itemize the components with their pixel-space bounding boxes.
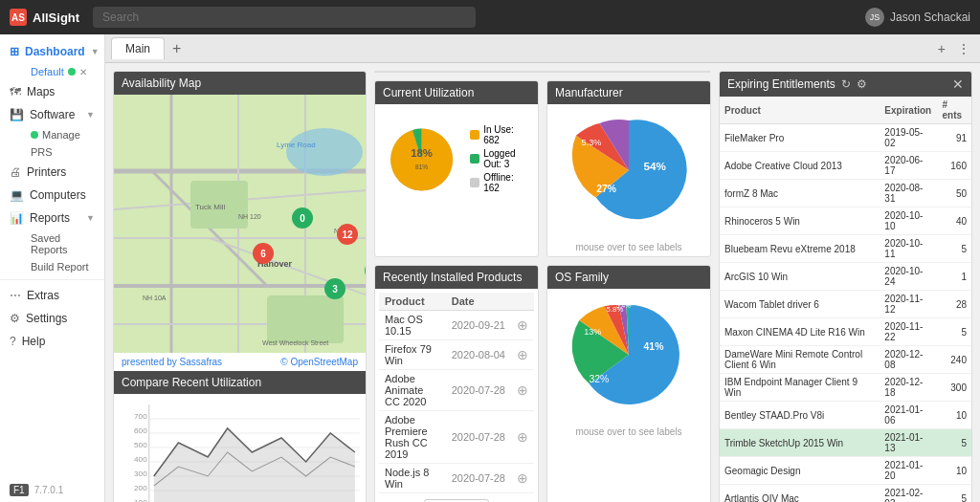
sidebar-item-reports[interactable]: 📊 Reports ▼ [0, 207, 104, 229]
table-row: DameWare Mini Remote Control Client 6 Wi… [720, 346, 971, 374]
content: Main + + ⋮ Availability Map [105, 34, 980, 502]
table-row: Maxon CINEMA 4D Lite R16 Win 2020-11-22 … [720, 318, 971, 346]
tab-add-button[interactable]: + [168, 41, 185, 56]
top-bar-right: JS Jason Schackai [865, 8, 970, 27]
expire-product: formZ 8 Mac [720, 180, 880, 207]
logo: AS AllSight [10, 9, 79, 26]
svg-text:200: 200 [134, 484, 147, 492]
most-used-header: Most Used Products (Last Week) [375, 72, 710, 73]
expire-product: Trimble SketchUp 2015 Win [720, 429, 880, 457]
sidebar-subitem-prs[interactable]: PRS [21, 143, 104, 161]
availability-map-panel: Availability Map [113, 71, 367, 502]
mid-bottom-grid: Current Utilization [374, 80, 711, 502]
map-marker-2[interactable]: 0 [292, 207, 313, 229]
sidebar-label-settings: Settings [26, 312, 67, 325]
recent-date: 2020-08-04 [446, 340, 511, 370]
expire-count: 1 [938, 263, 971, 291]
sidebar-item-printers[interactable]: 🖨 Printers [0, 161, 104, 184]
sidebar-item-maps[interactable]: 🗺 Maps [0, 80, 104, 103]
sidebar-item-software[interactable]: 💾 Software ▼ [0, 103, 104, 126]
expand-icon[interactable]: ⊕ [517, 382, 528, 398]
expire-col-expiration: Expiration [880, 97, 937, 124]
settings-icon[interactable]: ⚙ [857, 77, 867, 91]
chevron-down-icon: ▼ [91, 47, 100, 56]
expand-icon[interactable]: ⊕ [517, 317, 528, 333]
expire-date: 2020-11-12 [880, 291, 937, 318]
svg-rect-11 [267, 295, 344, 343]
map-marker-1[interactable]: 6 [253, 243, 274, 264]
expire-product: ArcGIS 10 Win [720, 263, 880, 291]
sidebar-label-saved-reports: Saved Reports [31, 232, 95, 255]
recent-expand[interactable]: ⊕ [511, 411, 534, 464]
sidebar-item-computers[interactable]: 💻 Computers [0, 184, 104, 207]
sidebar-sub-software: Manage PRS [0, 126, 104, 161]
table-row: Firefox 79 Win 2020-08-04 ⊕ [379, 340, 534, 370]
sidebar-label-computers: Computers [30, 188, 86, 202]
expire-count: 91 [938, 124, 971, 152]
expand-icon[interactable]: ⊕ [517, 347, 528, 362]
tab-action-add[interactable]: + [934, 41, 949, 56]
tab-action-more[interactable]: ⋮ [953, 41, 974, 56]
svg-text:32%: 32% [589, 374, 609, 384]
expire-date: 2020-11-22 [880, 318, 937, 346]
refresh-icon[interactable]: ↻ [841, 77, 851, 91]
table-row: Bluebeam Revu eXtreme 2018 2020-10-11 5 [720, 235, 971, 263]
expire-date: 2020-06-17 [880, 152, 937, 180]
close-icon[interactable]: ✕ [79, 67, 87, 77]
expire-product: DameWare Mini Remote Control Client 6 Wi… [720, 346, 880, 374]
recent-expand[interactable]: ⊕ [511, 370, 534, 411]
sidebar-label-maps: Maps [27, 85, 55, 98]
availability-map-header: Availability Map [114, 72, 366, 95]
sidebar-label-build-report: Build Report [31, 261, 89, 273]
f1-label[interactable]: F1 [10, 484, 29, 496]
map-marker-8[interactable]: 3 [324, 278, 345, 299]
recent-table: Product Date Mac OS 10.15 2020-09-21 ⊕ F… [379, 293, 534, 493]
search-bar [93, 7, 476, 28]
expire-col-count: # ents [938, 97, 971, 124]
search-input[interactable] [93, 7, 476, 28]
expire-count: 5 [938, 318, 971, 346]
expand-icon[interactable]: ⊕ [517, 470, 528, 486]
sidebar-subitem-manage[interactable]: Manage [21, 126, 104, 143]
recent-expand[interactable]: ⊕ [511, 311, 534, 340]
svg-text:27%: 27% [596, 184, 616, 194]
sidebar-item-extras[interactable]: ⋯ Extras [0, 284, 104, 307]
expire-product: Maxon CINEMA 4D Lite R16 Win [720, 318, 880, 346]
sidebar-sub-dashboard: Default ✕ [0, 63, 104, 80]
dashboard-icon: ⊞ [10, 45, 19, 58]
sidebar-subitem-saved-reports[interactable]: Saved Reports [21, 229, 104, 258]
expand-icon[interactable]: ⊕ [517, 429, 528, 445]
svg-text:13%: 13% [584, 327, 601, 337]
manufacturer-content: 54% 27% 5.3% mouse over to see labels [547, 104, 710, 256]
table-row: Wacom Tablet driver 6 2020-11-12 28 [720, 291, 971, 318]
recent-expand[interactable]: ⊕ [511, 464, 534, 493]
map-marker-3[interactable]: 12 [337, 224, 358, 245]
sidebar-item-dashboard[interactable]: ⊞ Dashboard ▼ [0, 40, 104, 63]
user-name: Jason Schackai [890, 11, 970, 24]
sidebar-subitem-default[interactable]: Default ✕ [21, 63, 104, 80]
tab-actions: + ⋮ [934, 41, 974, 56]
table-row: Trimble SketchUp 2015 Win 2021-01-13 5 [720, 429, 971, 457]
expire-date: 2020-12-08 [880, 346, 937, 374]
manufacturer-pie: 54% 27% 5.3% [567, 108, 691, 232]
recent-col-date: Date [446, 293, 511, 311]
expire-product: Artlantis OIV Mac [720, 485, 880, 503]
legend-in-use-label: In Use: 682 [483, 124, 530, 145]
expire-product: IBM Endpoint Manager Client 9 Win [720, 374, 880, 402]
tab-main[interactable]: Main [111, 37, 165, 59]
recent-expand[interactable]: ⊕ [511, 340, 534, 370]
sidebar-subitem-build-report[interactable]: Build Report [21, 258, 104, 275]
version-label: 7.7.0.1 [34, 485, 64, 495]
recent-product-name: Adobe Premiere Rush CC 2019 [379, 411, 446, 464]
expiring-close-icon[interactable]: ✕ [952, 76, 964, 92]
svg-text:600: 600 [134, 426, 147, 435]
expire-count: 300 [938, 374, 971, 402]
app: AS AllSight JS Jason Schackai ⊞ Dashboar… [0, 0, 980, 502]
expire-date: 2020-10-24 [880, 263, 937, 291]
sidebar-item-help[interactable]: ? Help [0, 330, 104, 353]
logged-out-dot [470, 154, 479, 164]
sidebar-footer: F1 7.7.0.1 [0, 478, 104, 502]
current-util-panel: Current Utilization [374, 80, 539, 257]
recent-panel: Recently Installed Products Product Date [374, 265, 539, 502]
sidebar-item-settings[interactable]: ⚙ Settings [0, 307, 104, 330]
